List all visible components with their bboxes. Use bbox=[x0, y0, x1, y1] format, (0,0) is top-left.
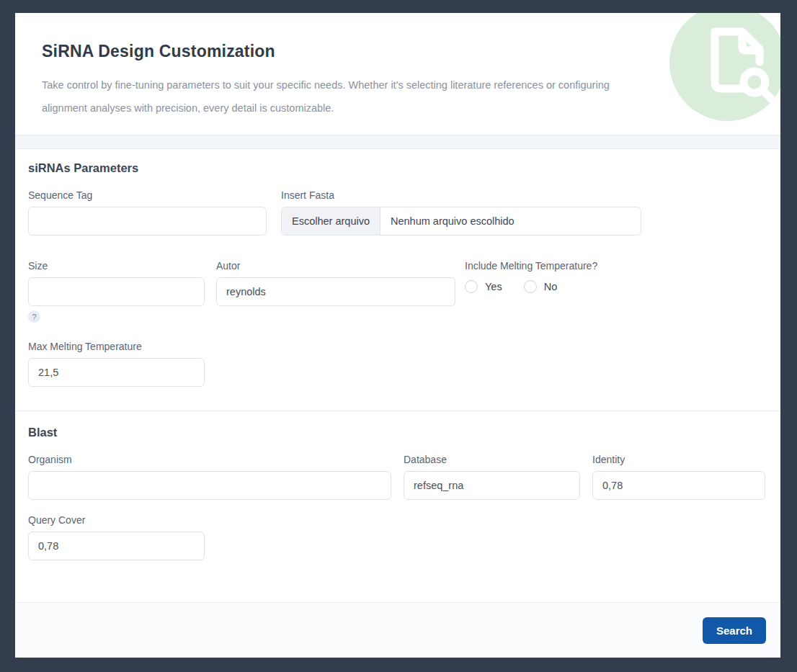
radio-option-no[interactable]: No bbox=[524, 280, 558, 293]
organism-label: Organism bbox=[28, 454, 391, 465]
autor-label: Autor bbox=[216, 260, 455, 272]
section-divider bbox=[15, 411, 780, 411]
max-melting-input[interactable] bbox=[28, 358, 205, 387]
row-size-autor-melting: Size ? Autor Include Melting Temperature… bbox=[28, 260, 767, 323]
page-subtitle: Take control by fine-tuning parameters t… bbox=[42, 73, 618, 120]
database-field: Database bbox=[404, 454, 580, 500]
radio-yes-label: Yes bbox=[485, 281, 502, 292]
page-title: SiRNA Design Customization bbox=[42, 42, 636, 61]
choose-file-button[interactable]: Escolher arquivo bbox=[282, 207, 380, 235]
file-status-text: Nenhum arquivo escolhido bbox=[380, 207, 525, 235]
max-melting-field: Max Melting Temperature bbox=[28, 341, 205, 387]
row-max-melting: Max Melting Temperature bbox=[28, 341, 767, 387]
autor-field: Autor bbox=[216, 260, 455, 306]
size-field: Size ? bbox=[28, 260, 205, 323]
form-body: siRNAs Parameters Sequence Tag Insert Fa… bbox=[15, 149, 780, 602]
row-sequence-fasta: Sequence Tag Insert Fasta Escolher arqui… bbox=[28, 189, 767, 236]
header-separator-band bbox=[15, 135, 780, 149]
sequence-tag-input[interactable] bbox=[28, 207, 267, 236]
radio-yes-circle[interactable] bbox=[465, 280, 478, 293]
size-label: Size bbox=[28, 260, 205, 272]
identity-field: Identity bbox=[592, 454, 765, 500]
database-label: Database bbox=[404, 454, 580, 465]
file-search-icon bbox=[669, 13, 780, 121]
radio-no-label: No bbox=[544, 281, 558, 292]
size-help-icon[interactable]: ? bbox=[28, 310, 40, 323]
sequence-tag-field: Sequence Tag bbox=[28, 189, 267, 236]
max-melting-label: Max Melting Temperature bbox=[28, 341, 205, 352]
query-cover-label: Query Cover bbox=[28, 514, 205, 526]
insert-fasta-file-input[interactable]: Escolher arquivo Nenhum arquivo escolhid… bbox=[281, 207, 641, 236]
query-cover-input[interactable] bbox=[28, 532, 205, 560]
sirna-design-card: SiRNA Design Customization Take control … bbox=[15, 13, 780, 658]
row-organism-database-identity: Organism Database Identity bbox=[28, 454, 767, 500]
insert-fasta-label: Insert Fasta bbox=[281, 189, 641, 201]
include-melting-label: Include Melting Temperature? bbox=[465, 260, 681, 272]
blast-heading: Blast bbox=[28, 426, 767, 439]
identity-input[interactable] bbox=[592, 471, 765, 500]
organism-input[interactable] bbox=[28, 471, 391, 500]
size-input[interactable] bbox=[28, 277, 205, 306]
include-melting-field: Include Melting Temperature? Yes No bbox=[465, 260, 681, 293]
sirna-parameters-heading: siRNAs Parameters bbox=[28, 161, 767, 175]
include-melting-radio-group: Yes No bbox=[465, 280, 681, 293]
insert-fasta-field: Insert Fasta Escolher arquivo Nenhum arq… bbox=[281, 189, 641, 236]
sequence-tag-label: Sequence Tag bbox=[28, 189, 267, 201]
row-query-cover: Query Cover bbox=[28, 514, 767, 560]
identity-label: Identity bbox=[592, 454, 765, 465]
autor-input[interactable] bbox=[216, 277, 455, 306]
radio-no-circle[interactable] bbox=[524, 280, 537, 293]
organism-field: Organism bbox=[28, 454, 391, 500]
search-button[interactable]: Search bbox=[703, 617, 766, 644]
database-input[interactable] bbox=[404, 471, 580, 500]
radio-option-yes[interactable]: Yes bbox=[465, 280, 502, 293]
query-cover-field: Query Cover bbox=[28, 514, 205, 560]
card-footer: Search bbox=[15, 602, 780, 658]
card-header: SiRNA Design Customization Take control … bbox=[15, 13, 780, 135]
